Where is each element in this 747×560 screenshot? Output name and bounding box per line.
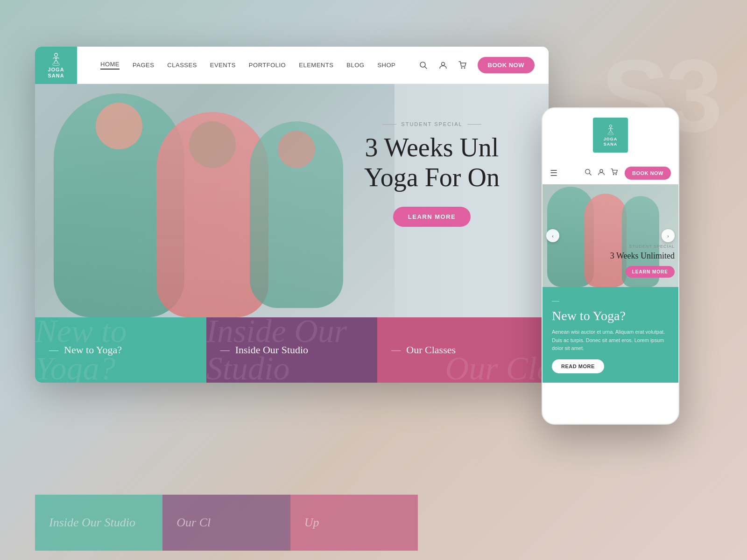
- desktop-logo[interactable]: JOGA SANA: [35, 47, 77, 84]
- svg-point-11: [615, 174, 617, 175]
- book-now-button[interactable]: BOOK NOW: [478, 57, 535, 73]
- card-new-to-yoga[interactable]: — New to Yoga? New to Yoga?: [35, 317, 206, 383]
- desktop-nav: HOME PAGES CLASSES EVENTS PORTFOLIO ELEM…: [100, 61, 418, 70]
- background-cards: Inside Our Studio Our Cl Up: [35, 495, 418, 551]
- mobile-logo-block: JOGA SANA: [543, 108, 678, 162]
- svg-point-3: [441, 62, 444, 65]
- mobile-book-now-button[interactable]: BOOK NOW: [625, 167, 671, 180]
- nav-item-portfolio[interactable]: PORTFOLIO: [249, 62, 286, 69]
- bg-card-1-text: Inside Our Studio: [49, 516, 135, 530]
- mobile-hero: ‹ › STUDENT SPECIAL 3 Weeks Unlimited LE…: [543, 184, 678, 287]
- hero-title: 3 Weeks Unl Yoga For On: [334, 133, 530, 193]
- card-3-bg-text: Our Cla: [445, 350, 549, 383]
- svg-point-10: [613, 174, 614, 175]
- nav-item-classes[interactable]: CLASSES: [167, 62, 197, 69]
- mobile-card-dash: —: [552, 296, 559, 305]
- hero-content: STUDENT SPECIAL 3 Weeks Unl Yoga For On …: [334, 121, 530, 227]
- svg-point-6: [609, 125, 612, 127]
- card-our-classes[interactable]: — Our Classes Our Cla: [377, 317, 549, 383]
- mobile-logo-line2: SANA: [604, 142, 618, 147]
- next-slide-button[interactable]: ›: [662, 229, 675, 242]
- hero-eyebrow: STUDENT SPECIAL: [334, 121, 530, 127]
- face-1: [96, 103, 142, 149]
- user-icon[interactable]: [437, 60, 449, 71]
- mobile-cart-icon[interactable]: [611, 168, 618, 178]
- svg-point-5: [464, 67, 465, 69]
- prev-slide-button[interactable]: ‹: [546, 229, 559, 242]
- mobile-slide-nav: ‹ ›: [543, 229, 678, 242]
- svg-point-7: [607, 133, 613, 135]
- mobile-nav-bar: ☰ BOOK NOW: [543, 162, 678, 184]
- desktop-hero: STUDENT SPECIAL 3 Weeks Unl Yoga For On …: [35, 84, 549, 317]
- svg-point-4: [461, 67, 462, 69]
- mobile-mockup: JOGA SANA ☰: [542, 107, 679, 425]
- mobile-hero-eyebrow: STUDENT SPECIAL: [595, 244, 675, 249]
- card-3-title: Our Classes: [406, 344, 456, 356]
- desktop-logo-text: JOGA SANA: [48, 67, 64, 79]
- bg-card-3: Up: [290, 495, 418, 551]
- yoga-logo-icon: [49, 52, 63, 67]
- mobile-hero-cta[interactable]: LEARN MORE: [626, 266, 675, 278]
- mobile-read-more-button[interactable]: READ MORE: [552, 359, 604, 373]
- nav-item-pages[interactable]: PAGES: [133, 62, 154, 69]
- card-3-dash: —: [391, 345, 401, 356]
- bg-card-2-text: Our Cl: [176, 516, 211, 530]
- desktop-bottom-cards: — New to Yoga? New to Yoga? — Inside Our…: [35, 317, 549, 383]
- desktop-header: JOGA SANA HOME PAGES CLASSES EVENTS PORT…: [35, 47, 549, 84]
- svg-point-1: [52, 63, 60, 66]
- nav-item-events[interactable]: EVENTS: [210, 62, 236, 69]
- card-1-dash: —: [49, 345, 58, 356]
- mobile-nav-icons: [585, 168, 618, 178]
- card-1-title: New to Yoga?: [64, 344, 122, 356]
- hero-cta-button[interactable]: LEARN MORE: [393, 207, 471, 227]
- card-inside-studio[interactable]: — Inside Our Studio Inside Our Studio: [206, 317, 378, 383]
- mobile-user-icon[interactable]: [598, 168, 605, 178]
- face-2: [189, 121, 236, 168]
- nav-item-blog[interactable]: BLOG: [346, 62, 364, 69]
- mobile-card-title: New to Yoga?: [552, 308, 669, 323]
- mobile-hero-title: 3 Weeks Unlimited: [595, 251, 675, 261]
- mobile-menu-icon[interactable]: ☰: [550, 168, 557, 178]
- nav-item-home[interactable]: HOME: [100, 61, 120, 70]
- search-icon[interactable]: [418, 60, 429, 71]
- header-icons: [418, 60, 468, 71]
- bg-card-1: Inside Our Studio: [35, 495, 162, 551]
- card-2-dash: —: [220, 345, 230, 356]
- mobile-hero-content: STUDENT SPECIAL 3 Weeks Unlimited LEARN …: [595, 244, 675, 278]
- mobile-logo-line1: JOGA: [604, 137, 618, 142]
- mobile-search-icon[interactable]: [585, 168, 592, 178]
- mobile-bottom-card: — New to Yoga? Aenean wisi auctor et urn…: [543, 287, 678, 383]
- nav-item-elements[interactable]: ELEMENTS: [299, 62, 333, 69]
- person-3: [250, 121, 343, 308]
- cart-icon[interactable]: [457, 60, 468, 71]
- mobile-yoga-icon: [605, 124, 617, 136]
- nav-item-shop[interactable]: SHOP: [377, 62, 395, 69]
- svg-point-0: [55, 53, 57, 56]
- desktop-mockup: JOGA SANA HOME PAGES CLASSES EVENTS PORT…: [35, 47, 549, 383]
- card-2-title: Inside Our Studio: [235, 344, 308, 356]
- mobile-card-body: Aenean wisi auctor et urna. Aliquam erat…: [552, 328, 669, 353]
- svg-point-9: [600, 169, 603, 172]
- face-3: [278, 131, 315, 168]
- bg-card-3-text: Up: [304, 516, 319, 530]
- mobile-logo[interactable]: JOGA SANA: [593, 118, 628, 153]
- bg-card-2: Our Cl: [162, 495, 290, 551]
